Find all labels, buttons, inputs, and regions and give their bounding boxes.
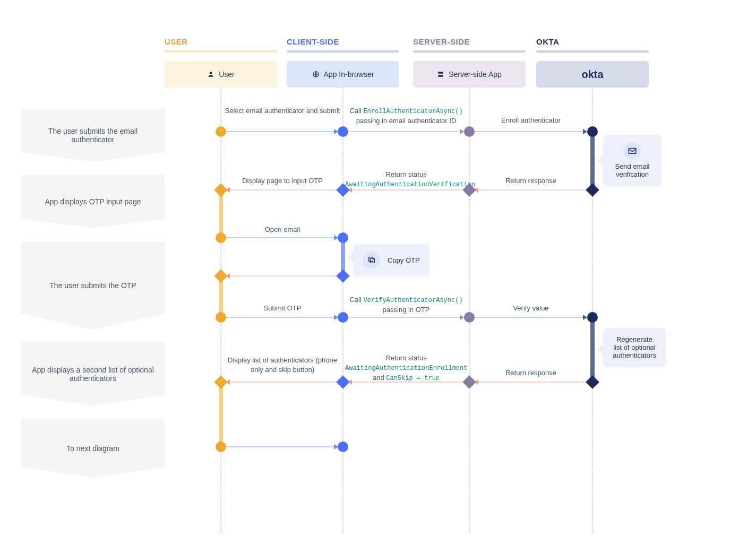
- mail-icon: [624, 142, 641, 159]
- arrow-verify-call: [348, 317, 463, 318]
- node-user-7: [216, 442, 226, 452]
- globe-icon: [312, 71, 320, 78]
- lane-label-server: Server-side App: [449, 70, 502, 79]
- okta-logo: okta: [581, 68, 603, 81]
- arrow-enroll-auth: [474, 131, 587, 132]
- lane-box-okta: okta: [536, 61, 649, 88]
- svg-rect-3: [439, 75, 443, 77]
- node-server-1: [464, 126, 475, 137]
- arrow-label-verify-call: Call VerifyAuthenticatorAsync()passing i…: [345, 295, 467, 315]
- arrow-label-return-resp-1: Return response: [472, 176, 589, 186]
- lane-box-user: User: [165, 61, 277, 88]
- activation-user-1: [219, 190, 223, 238]
- arrow-label-enroll-auth: Enroll authenticator: [472, 116, 589, 125]
- arrow-label-enroll-call: Call EnrollAuthenticatorAsync()passing i…: [345, 106, 467, 126]
- arrow-copy-return: [226, 275, 338, 276]
- node-okta-5: [587, 312, 598, 323]
- arrow-display-otp: [226, 189, 338, 191]
- lane-label-user: User: [219, 70, 235, 79]
- col-bar-server: [413, 50, 526, 53]
- svg-rect-5: [370, 258, 374, 263]
- col-bar-user: [165, 50, 277, 53]
- arrow-label-select-email: Select email authenticator and submit: [223, 106, 342, 116]
- col-header-client: CLIENT-SIDE: [287, 37, 339, 46]
- arrow-label-verify-value: Verify value: [472, 304, 589, 313]
- lifeline-client: [342, 88, 343, 533]
- arrow-to-next: [225, 446, 338, 447]
- lane-box-server: Server-side App: [413, 61, 526, 88]
- node-user-4: [214, 269, 227, 282]
- copy-icon: [363, 252, 380, 269]
- arrow-enroll-call: [348, 131, 463, 132]
- node-client-4: [336, 269, 349, 282]
- step-label-1: The user submits the email authenticator: [21, 109, 165, 162]
- arrow-display-list: [226, 382, 338, 383]
- callout-regenerate: Regenerate list of optional authenticato…: [603, 328, 666, 367]
- arrow-return-status-1: [348, 189, 464, 191]
- node-client-3: [338, 232, 348, 243]
- arrow-label-return-status-1: Return statusAwaitingAuthenticationVerif…: [345, 170, 467, 189]
- node-user-3: [216, 232, 226, 243]
- step-label-2: App displays OTP input page: [21, 175, 165, 228]
- node-client-7: [338, 442, 348, 452]
- activation-okta-1: [590, 132, 595, 190]
- svg-rect-6: [369, 257, 373, 262]
- arrow-label-return-status-2: Return statusAwaitingAuthenticationEnrol…: [345, 353, 467, 383]
- lifeline-server: [469, 88, 470, 533]
- arrow-open-email: [225, 237, 338, 238]
- arrow-label-submit-otp: Submit OTP: [223, 304, 342, 313]
- col-bar-okta: [536, 50, 649, 53]
- node-server-5: [464, 312, 475, 323]
- svg-rect-4: [629, 149, 636, 154]
- node-user-1: [216, 126, 226, 137]
- arrow-submit-otp: [225, 317, 338, 318]
- node-user-6: [214, 375, 227, 388]
- step-label-3: The user submits the OTP: [21, 241, 165, 330]
- arrow-verify-value: [474, 317, 587, 318]
- arrow-label-display-otp: Display page to input OTP: [223, 176, 342, 186]
- arrow-select-email: [225, 131, 338, 132]
- col-bar-client: [287, 50, 399, 53]
- step-label-5: To next diagram: [21, 419, 165, 478]
- callout-send-email: Send email verification: [603, 135, 662, 186]
- user-icon: [207, 71, 214, 78]
- node-client-1: [338, 126, 348, 137]
- node-client-5: [338, 312, 348, 323]
- svg-rect-2: [439, 72, 443, 74]
- col-header-okta: OKTA: [536, 37, 559, 46]
- arrow-label-return-resp-2: Return response: [472, 368, 589, 378]
- arrow-return-resp-1: [475, 189, 587, 191]
- callout-copy-otp: Copy OTP: [354, 244, 429, 276]
- arrow-return-resp-2: [475, 382, 587, 383]
- arrow-label-open-email: Open email: [223, 225, 342, 235]
- activation-user-3: [219, 382, 223, 447]
- node-okta-1: [587, 126, 598, 137]
- activation-okta-2: [590, 317, 595, 382]
- col-header-user: USER: [165, 37, 188, 46]
- lane-box-client: App In-browser: [287, 61, 399, 88]
- col-header-server: SERVER-SIDE: [413, 37, 470, 46]
- svg-point-0: [210, 72, 212, 74]
- lane-label-client: App In-browser: [324, 70, 374, 79]
- arrow-label-display-list: Display list of authenticators (phone on…: [223, 356, 342, 375]
- server-icon: [437, 71, 444, 78]
- node-user-5: [216, 312, 226, 323]
- step-label-4: App displays a second list of optional a…: [21, 342, 165, 406]
